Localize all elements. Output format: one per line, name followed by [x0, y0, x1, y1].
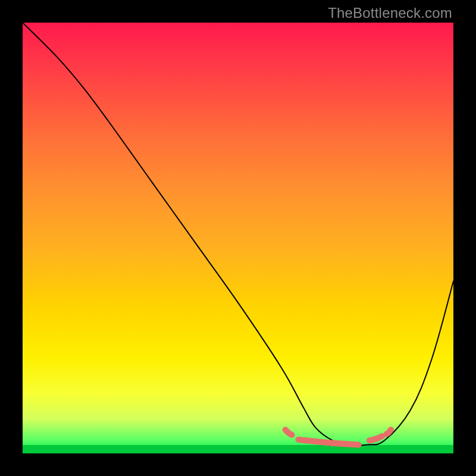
plot-area: [23, 23, 453, 453]
chart-frame: TheBottleneck.com: [0, 0, 476, 476]
highlight-right-dash-1: [369, 436, 383, 440]
highlight-right-dash-2: [387, 430, 391, 434]
bottleneck-curve: [23, 23, 453, 453]
highlight-left-dash-1: [286, 430, 292, 435]
watermark-text: TheBottleneck.com: [328, 5, 452, 21]
highlight-valley-floor: [298, 440, 358, 445]
